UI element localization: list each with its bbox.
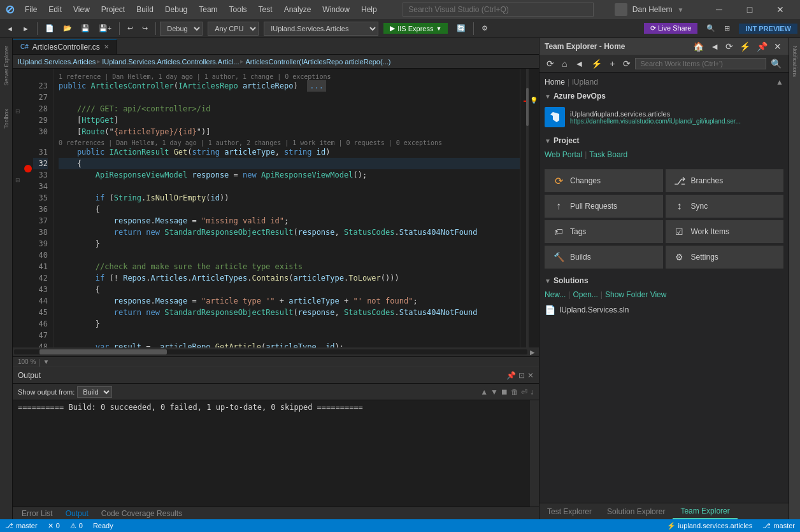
project-section-header[interactable]: ▼ Project	[539, 134, 789, 148]
zoom-dropdown-icon[interactable]: ▼	[43, 358, 49, 365]
output-up-btn[interactable]: ▲	[480, 388, 488, 396]
menu-window[interactable]: Window	[317, 3, 355, 17]
sync-button[interactable]: ↕ Sync	[666, 195, 784, 218]
output-close-button[interactable]: ✕	[527, 371, 534, 380]
maximize-button[interactable]: □	[735, 0, 764, 19]
minimize-button[interactable]: ─	[704, 0, 734, 19]
project-dropdown[interactable]: IUpland.Services.Articles	[264, 22, 378, 36]
open-button[interactable]: 📂	[59, 22, 76, 34]
menu-build[interactable]: Build	[131, 3, 159, 17]
new-project-button[interactable]: 📄	[41, 22, 58, 34]
te-connect-btn[interactable]: ⚡	[588, 57, 605, 71]
output-clear-btn[interactable]: 🗑	[511, 388, 518, 396]
status-errors[interactable]: ✕ 0	[48, 522, 60, 530]
toolbox-tab[interactable]: Toolbox	[2, 104, 11, 134]
int-preview-button[interactable]: INT PREVIEW	[739, 24, 797, 34]
menu-team[interactable]: Team	[194, 3, 222, 17]
lightbulb-icon[interactable]: 💡	[530, 97, 538, 104]
output-down-btn[interactable]: ▼	[490, 388, 498, 396]
breadcrumb-method[interactable]: ArticlesController(IArticlesRepo article…	[245, 58, 390, 66]
breadcrumb-project[interactable]: IUpland.Services.Articles	[18, 58, 96, 66]
task-board-link[interactable]: Task Board	[589, 150, 627, 159]
undo-button[interactable]: ↩	[124, 22, 137, 34]
te-add-btn[interactable]: +	[606, 57, 618, 71]
te-back-button[interactable]: ◄	[708, 41, 721, 52]
menu-tools[interactable]: Tools	[224, 3, 252, 17]
collapse-31[interactable]: ⊟	[15, 177, 20, 183]
platform-dropdown[interactable]: Any CPU	[208, 22, 259, 36]
global-search-input[interactable]	[403, 3, 594, 17]
te-section-collapse-btn[interactable]: ▲	[776, 78, 783, 87]
solutions-new-link[interactable]: New...	[545, 290, 566, 299]
web-portal-link[interactable]: Web Portal	[545, 150, 582, 159]
menu-view[interactable]: View	[68, 3, 95, 17]
editor-tab-articles-controller[interactable]: C# ArticlesController.cs ✕	[13, 39, 117, 54]
back-button[interactable]: ◄	[3, 23, 17, 34]
tags-button[interactable]: 🏷 Tags	[545, 220, 663, 243]
layout-button[interactable]: ⊞	[720, 22, 734, 34]
builds-button[interactable]: 🔨 Builds	[545, 246, 663, 269]
team-explorer-search-input[interactable]	[635, 58, 766, 69]
run-button[interactable]: ▶ IIS Express ▼	[383, 23, 448, 34]
code-content[interactable]: 1 reference | Dan Hellem, 1 day ago | 1 …	[54, 69, 520, 347]
filter-button[interactable]: 🔍	[703, 22, 719, 34]
save-button[interactable]: 💾	[77, 22, 94, 34]
right-tab-test-explorer[interactable]: Test Explorer	[539, 505, 599, 519]
status-repo[interactable]: ⚡ iupland.services.articles	[667, 522, 753, 530]
bottom-tab-error-list[interactable]: Error List	[15, 508, 59, 519]
save-all-button[interactable]: 💾+	[95, 22, 115, 34]
solution-file-item[interactable]: 📄 IUpland.Services.sln	[545, 303, 783, 317]
menu-edit[interactable]: Edit	[43, 3, 67, 17]
solutions-folder-link[interactable]: Show Folder View	[605, 290, 667, 299]
collapse-23[interactable]: ⊟	[15, 108, 20, 115]
bottom-tab-output[interactable]: Output	[59, 508, 95, 519]
horizontal-scrollbar[interactable]: ▶	[13, 347, 539, 356]
te-home-btn[interactable]: ⌂	[559, 57, 570, 71]
right-tab-solution-explorer[interactable]: Solution Explorer	[599, 505, 673, 519]
forward-button[interactable]: ►	[18, 23, 33, 34]
status-master-branch[interactable]: ⎇ master	[762, 522, 795, 530]
close-button[interactable]: ✕	[766, 0, 795, 19]
output-pin-button[interactable]: 📌	[506, 371, 516, 380]
te-refresh-btn[interactable]: ⟳	[543, 57, 557, 71]
status-git-branch[interactable]: ⎇ master	[5, 522, 38, 530]
debug-config-dropdown[interactable]: Debug	[160, 22, 203, 36]
branches-button[interactable]: ⎇ Branches	[666, 169, 784, 192]
output-float-button[interactable]: ⊡	[518, 371, 525, 380]
azure-repo-url[interactable]: https://danhellem.visualstudio.com/iUpla…	[570, 118, 741, 125]
menu-file[interactable]: File	[20, 3, 42, 17]
te-pin-button[interactable]: 📌	[755, 41, 769, 52]
right-tab-team-explorer[interactable]: Team Explorer	[673, 504, 737, 519]
scroll-right-btn[interactable]: ▶	[527, 349, 538, 356]
solutions-open-link[interactable]: Open...	[573, 290, 597, 299]
breadcrumb-controller[interactable]: IUpland.Services.Articles.Controllers.Ar…	[102, 58, 239, 66]
user-dropdown-icon[interactable]: ▼	[678, 6, 684, 13]
te-refresh-list-btn[interactable]: ⟳	[620, 57, 634, 71]
te-refresh-button[interactable]: ⟳	[724, 41, 735, 52]
work-items-button[interactable]: ☑ Work Items	[666, 220, 784, 243]
output-source-dropdown[interactable]: Build	[77, 386, 112, 398]
te-close-button[interactable]: ✕	[772, 41, 783, 52]
output-scrollbar[interactable]	[530, 400, 539, 507]
menu-help[interactable]: Help	[356, 3, 382, 17]
menu-test[interactable]: Test	[254, 3, 278, 17]
server-explorer-tab[interactable]: Server Explorer	[2, 41, 11, 91]
zoom-level[interactable]: 100 %	[18, 358, 36, 365]
output-wrap-btn[interactable]: ⏎	[521, 388, 527, 396]
solutions-section-header[interactable]: ▼ Solutions	[539, 274, 789, 288]
notifications-tab[interactable]: Notifications	[790, 41, 799, 82]
changes-button[interactable]: ⟳ Changes	[545, 169, 663, 192]
redo-button[interactable]: ↪	[138, 22, 152, 34]
toolbar-extra[interactable]: ⚙	[478, 22, 492, 34]
te-connect-button[interactable]: ⚡	[738, 41, 752, 52]
menu-analyze[interactable]: Analyze	[279, 3, 317, 17]
te-home-button[interactable]: 🏠	[691, 41, 706, 52]
status-warnings[interactable]: ⚠ 0	[70, 522, 83, 530]
output-stop-btn[interactable]: ⏹	[501, 388, 508, 396]
pull-requests-button[interactable]: ↑ Pull Requests	[545, 195, 663, 218]
output-scroll-btn[interactable]: ↓	[530, 388, 534, 396]
menu-debug[interactable]: Debug	[160, 3, 192, 17]
menu-project[interactable]: Project	[96, 3, 130, 17]
settings-button[interactable]: ⚙ Settings	[666, 246, 784, 269]
editor-right-scrollbar[interactable]	[520, 69, 529, 347]
